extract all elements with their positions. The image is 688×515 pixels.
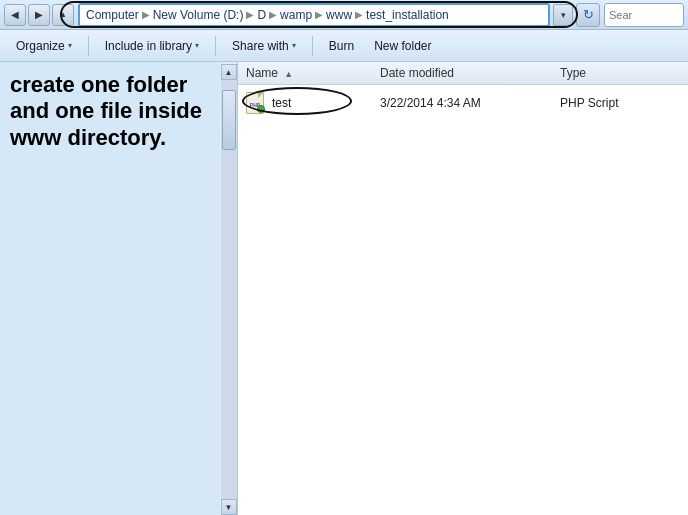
sort-arrow: ▲ bbox=[284, 69, 293, 79]
sep-5: ▶ bbox=[355, 9, 363, 20]
forward-button[interactable]: ▶ bbox=[28, 4, 50, 26]
sep-1: ▶ bbox=[142, 9, 150, 20]
share-with-label: Share with bbox=[232, 39, 289, 53]
share-with-chevron: ▾ bbox=[292, 41, 296, 50]
address-dropdown-button[interactable]: ▾ bbox=[553, 4, 573, 26]
toolbar-divider-2 bbox=[215, 36, 216, 56]
refresh-button[interactable]: ↻ bbox=[576, 3, 600, 27]
sep-3: ▶ bbox=[269, 9, 277, 20]
breadcrumb-wamp[interactable]: wamp bbox=[280, 8, 312, 22]
scroll-up-button[interactable]: ▲ bbox=[221, 64, 237, 80]
breadcrumb-testinstall[interactable]: test_installation bbox=[366, 8, 449, 22]
file-icon: PHP bbox=[246, 92, 266, 114]
search-input[interactable] bbox=[604, 3, 684, 27]
scroll-track[interactable] bbox=[221, 80, 237, 499]
organize-button[interactable]: Organize ▾ bbox=[8, 36, 80, 56]
share-with-button[interactable]: Share with ▾ bbox=[224, 36, 304, 56]
include-library-chevron: ▾ bbox=[195, 41, 199, 50]
include-library-button[interactable]: Include in library ▾ bbox=[97, 36, 207, 56]
scroll-column: ▲ ▼ bbox=[220, 62, 238, 515]
burn-button[interactable]: Burn bbox=[321, 36, 362, 56]
scroll-thumb[interactable] bbox=[222, 90, 236, 150]
php-icon: PHP bbox=[246, 92, 264, 114]
col-name-header[interactable]: Name ▲ bbox=[246, 66, 380, 80]
file-type: PHP Script bbox=[560, 96, 680, 110]
scroll-down-button[interactable]: ▼ bbox=[221, 499, 237, 515]
file-name-cell: PHP test bbox=[246, 92, 380, 114]
main-area: create one folder and one file inside ww… bbox=[0, 62, 688, 515]
toolbar: Organize ▾ Include in library ▾ Share wi… bbox=[0, 30, 688, 62]
annotation-text: create one folder and one file inside ww… bbox=[10, 72, 210, 151]
file-list: PHP test 3/22/2014 4:34 AM PHP Script bbox=[238, 85, 688, 121]
breadcrumb-computer[interactable]: Computer bbox=[86, 8, 139, 22]
organize-chevron: ▾ bbox=[68, 41, 72, 50]
col-date-header[interactable]: Date modified bbox=[380, 66, 560, 80]
left-panel: create one folder and one file inside ww… bbox=[0, 62, 220, 515]
new-folder-button[interactable]: New folder bbox=[366, 36, 439, 56]
address-box[interactable]: Computer ▶ New Volume (D:) ▶ D ▶ wamp ▶ … bbox=[78, 3, 550, 27]
sep-4: ▶ bbox=[315, 9, 323, 20]
file-name: test bbox=[272, 96, 291, 110]
burn-label: Burn bbox=[329, 39, 354, 53]
table-row[interactable]: PHP test 3/22/2014 4:34 AM PHP Script bbox=[238, 89, 688, 117]
php-badge bbox=[257, 105, 265, 113]
sep-2: ▶ bbox=[246, 9, 254, 20]
breadcrumb-www[interactable]: www bbox=[326, 8, 352, 22]
breadcrumb-d[interactable]: D bbox=[257, 8, 266, 22]
file-date: 3/22/2014 4:34 AM bbox=[380, 96, 560, 110]
address-content: Computer ▶ New Volume (D:) ▶ D ▶ wamp ▶ … bbox=[86, 8, 449, 22]
col-type-header[interactable]: Type bbox=[560, 66, 680, 80]
back-button[interactable]: ◀ bbox=[4, 4, 26, 26]
up-button[interactable]: ▲ bbox=[52, 4, 74, 26]
file-area: Name ▲ Date modified Type PHP bbox=[238, 62, 688, 515]
toolbar-divider-1 bbox=[88, 36, 89, 56]
new-folder-label: New folder bbox=[374, 39, 431, 53]
address-bar-row: ◀ ▶ ▲ Computer ▶ New Volume (D:) ▶ D ▶ w… bbox=[0, 0, 688, 30]
nav-buttons: ◀ ▶ ▲ bbox=[4, 4, 74, 26]
file-header: Name ▲ Date modified Type bbox=[238, 62, 688, 85]
organize-label: Organize bbox=[16, 39, 65, 53]
include-library-label: Include in library bbox=[105, 39, 192, 53]
breadcrumb-volume[interactable]: New Volume (D:) bbox=[153, 8, 244, 22]
toolbar-divider-3 bbox=[312, 36, 313, 56]
